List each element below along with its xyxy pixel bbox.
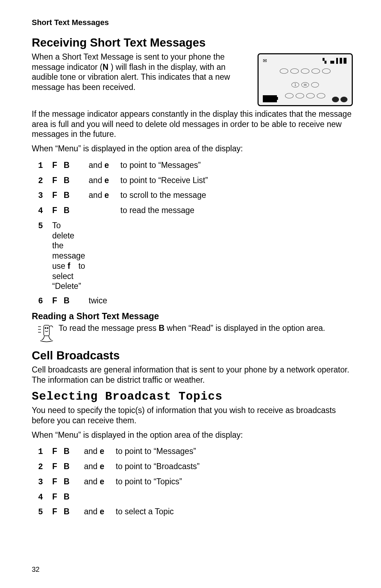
reading-tip: To read the message press B when “Read” … [59,323,325,345]
selecting-lead: When “Menu” is displayed in the option a… [32,430,353,440]
section2-heading: Cell Broadcasts [32,348,353,363]
selecting-para: You need to specify the topic(s) of info… [32,405,353,426]
page-number: 32 [32,565,40,574]
reading-heading: Reading a Short Text Message [32,311,353,322]
tip-mascot-icon [34,323,59,345]
section1-para2: If the message indicator appears constan… [32,109,353,139]
phone-display-figure: ✉ ▝▖▗▖▌▋▊ 1✉ [258,53,353,106]
svg-rect-0 [44,325,49,336]
chapter-title: Short Text Messages [32,18,353,28]
section2-para: Cell broadcasts are general information … [32,365,353,385]
battery-icon [263,95,277,102]
selecting-heading: Selecting Broadcast Topics [32,389,353,404]
svg-point-2 [47,328,48,329]
selecting-steps: 1F Band eto point to “Messages” 2F Band … [38,444,203,520]
section1-steps: 1F Band eto point to “Messages” 2F Band … [38,158,211,309]
svg-point-1 [45,328,46,329]
message-icon: ✉ [263,58,267,64]
signal-icon: ▝▖▗▖▌▋▊ [321,58,347,64]
section1-lead: When “Menu” is displayed in the option a… [32,144,353,154]
section1-heading: Receiving Short Text Messages [32,35,353,50]
